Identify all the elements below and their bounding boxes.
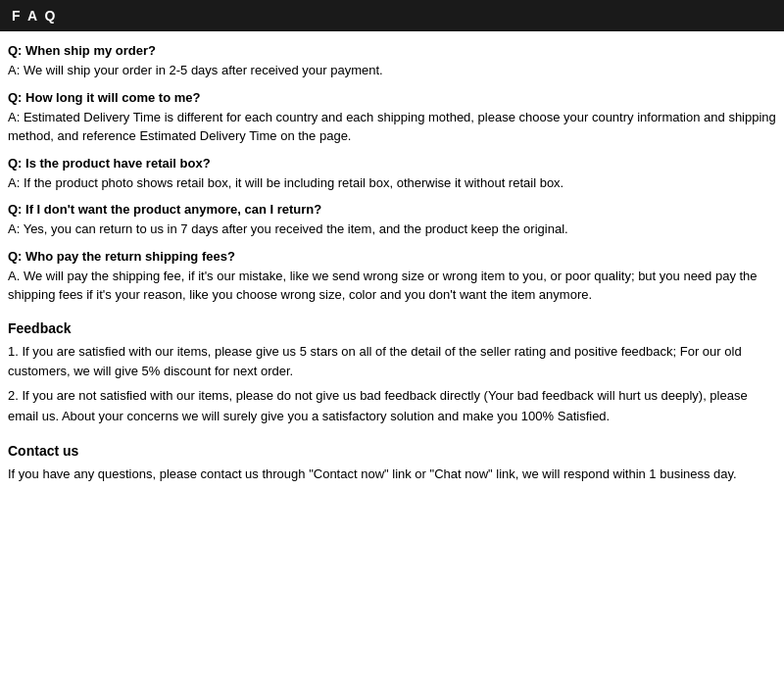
- answer-text: A: Estimated Delivery Time is different …: [8, 108, 776, 146]
- question-text: Q: If I don't want the product anymore, …: [8, 202, 776, 217]
- feedback-item: 1. If you are satisfied with our items, …: [8, 342, 776, 383]
- feedback-items: 1. If you are satisfied with our items, …: [8, 342, 776, 427]
- question-text: Q: Is the product have retail box?: [8, 156, 776, 171]
- answer-text: A: We will ship your order in 2-5 days a…: [8, 61, 776, 80]
- answer-text: A: If the product photo shows retail box…: [8, 173, 776, 193]
- qa-item: Q: How long it will come to me?A: Estima…: [8, 90, 776, 146]
- qa-item: Q: Is the product have retail box?A: If …: [8, 156, 776, 193]
- answer-text: A: Yes, you can return to us in 7 days a…: [8, 220, 776, 239]
- feedback-item: 2. If you are not satisfied with our ite…: [8, 386, 776, 427]
- faq-section: Q: When ship my order?A: We will ship yo…: [8, 43, 776, 305]
- question-text: Q: Who pay the return shipping fees?: [8, 249, 776, 264]
- feedback-section: Feedback 1. If you are satisfied with ou…: [8, 320, 776, 427]
- feedback-title: Feedback: [8, 320, 776, 336]
- main-content: Q: When ship my order?A: We will ship yo…: [0, 43, 784, 484]
- contact-section: Contact us If you have any questions, pl…: [8, 443, 776, 485]
- qa-item: Q: When ship my order?A: We will ship yo…: [8, 43, 776, 80]
- qa-item: Q: Who pay the return shipping fees?A. W…: [8, 249, 776, 305]
- contact-text: If you have any questions, please contac…: [8, 465, 776, 485]
- question-text: Q: How long it will come to me?: [8, 90, 776, 105]
- answer-text: A. We will pay the shipping fee, if it's…: [8, 267, 776, 305]
- question-text: Q: When ship my order?: [8, 43, 776, 58]
- contact-title: Contact us: [8, 443, 776, 459]
- qa-item: Q: If I don't want the product anymore, …: [8, 202, 776, 239]
- faq-header: F A Q: [0, 0, 784, 31]
